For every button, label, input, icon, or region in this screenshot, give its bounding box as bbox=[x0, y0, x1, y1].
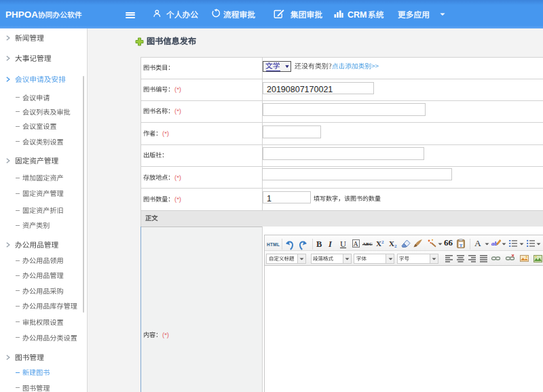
svg-text:T: T bbox=[460, 243, 463, 248]
